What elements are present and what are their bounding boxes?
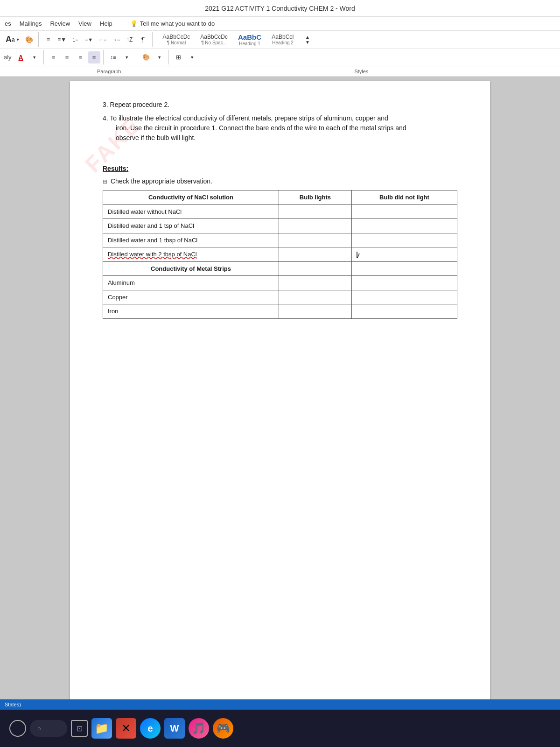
task-view-icon: ⊡ [77, 724, 83, 733]
task-view-button[interactable]: ⊡ [71, 720, 88, 737]
styles-more-button[interactable]: ▲▼ [301, 34, 314, 46]
edge-button[interactable]: e [140, 718, 161, 739]
font-dropdown[interactable]: ▼ [28, 51, 41, 63]
move-handle-icon[interactable]: ⊞ [103, 177, 107, 186]
font-format-group: aly A ▼ [4, 50, 44, 64]
pilcrow-button[interactable]: ¶ [137, 34, 149, 46]
windows-button[interactable] [9, 720, 26, 737]
font-label: aly [4, 54, 12, 61]
line-spacing-button[interactable]: ↕≡ [107, 51, 119, 63]
nacl-row-4-bulb-not: 𝐼 [351, 247, 457, 262]
toolbar-row-1: Aa ▼ 🎨 ≡ ≡▼ 1≡ ≡▼ ←≡ →≡ ↑Z ¶ AaBbCcDc ¶ … [0, 31, 560, 49]
paragraph-3-text: 3. Repeat procedure 2. [103, 101, 169, 108]
title-bar: 2021 G12 ACTIVITY 1 Conductivity CHEM 2 … [0, 0, 560, 17]
menu-mailings[interactable]: Mailings [20, 20, 42, 27]
tell-me-bar[interactable]: 💡 Tell me what you want to do [130, 20, 215, 27]
results-table: Conductivity of NaCl solution Bulb light… [103, 190, 457, 319]
border-button[interactable]: ⊞ [173, 51, 185, 63]
metal-iron-bulb-lights [279, 304, 351, 319]
menu-review[interactable]: Review [50, 20, 70, 27]
paragraph-4-line2: iron. Use the circuit in procedure 1. Co… [103, 124, 406, 132]
font-color-button[interactable]: A [15, 51, 27, 63]
style-no-space-label: ¶ No Spac... [201, 40, 227, 45]
align-center[interactable]: ≡ [61, 51, 73, 63]
list-button-2[interactable]: ≡▼ [56, 34, 68, 46]
spacing-group: ↕≡ ▼ [107, 50, 136, 64]
style-no-space[interactable]: AaBbCcDc ¶ No Spac... [197, 33, 231, 46]
nacl-row-2-bulb-lights [279, 219, 351, 233]
search-icon: ○ [37, 725, 41, 732]
game-icon: 🎮 [216, 722, 230, 735]
metal-aluminum-bulb-lights [279, 276, 351, 290]
style-heading2-preview: AaBbCcI [272, 34, 294, 40]
paint-bucket-button[interactable]: 🎨 [23, 34, 35, 46]
metal-aluminum-bulb-not [351, 276, 457, 290]
file-explorer-icon: 📁 [95, 722, 109, 735]
font-group: Aa ▼ 🎨 [4, 32, 39, 47]
aa-dropdown-arrow: ▼ [16, 37, 20, 42]
align-group: ≡ ≡ ≡ ≡ [48, 50, 104, 64]
menu-es[interactable]: es [5, 20, 11, 27]
style-heading1[interactable]: AaBbC Heading 1 [235, 32, 264, 47]
nacl-row-2: Distilled water and 1 tsp of NaCl [103, 219, 279, 233]
spacing-dropdown[interactable]: ▼ [121, 51, 133, 63]
paragraph-4-line1: 4. To illustrate the electrical conducti… [103, 114, 388, 122]
metal-row-iron: Iron [103, 304, 279, 319]
word-button[interactable]: W [164, 718, 185, 739]
status-bar: States) [0, 699, 560, 710]
col-bulb-not-header: Bulb did not light [351, 190, 457, 205]
table-header-row: Conductivity of NaCl solution Bulb light… [103, 190, 457, 205]
style-heading1-label: Heading 1 [239, 41, 260, 46]
indent-decrease[interactable]: ←≡ [97, 34, 109, 46]
shading-dropdown[interactable]: ▼ [154, 51, 166, 63]
align-justify[interactable]: ≡ [88, 51, 100, 63]
menu-help[interactable]: Help [100, 20, 112, 27]
game-button[interactable]: 🎮 [213, 718, 233, 739]
music-icon: 🎵 [192, 722, 206, 735]
music-button[interactable]: 🎵 [189, 718, 209, 739]
metal-row-copper: Copper [103, 290, 279, 304]
sort-button[interactable]: ↑Z [124, 34, 136, 46]
aa-button[interactable]: Aa ▼ [4, 34, 22, 45]
word-icon: W [170, 723, 179, 734]
nacl-row-1-bulb-not [351, 204, 457, 219]
nacl-row-1: Distilled water without NaCl [103, 204, 279, 219]
style-normal-preview: AaBbCcDc [163, 34, 190, 40]
style-heading2[interactable]: AaBbCcI Heading 2 [269, 33, 297, 46]
shading-button[interactable]: 🎨 [140, 51, 152, 63]
nacl-row-4: Distiled water with 2 tbsp of NaCl [103, 247, 279, 262]
paragraph-3: 3. Repeat procedure 2. [103, 100, 457, 110]
paragraph-4-line3: observe if the bulb will light. [103, 134, 196, 141]
taskbar-search[interactable]: ○ [30, 720, 67, 737]
check-instruction-text: Check the appropriate observation. [111, 176, 212, 186]
paragraph-4: 4. To illustrate the electrical conducti… [103, 113, 457, 143]
align-left[interactable]: ≡ [48, 51, 60, 63]
nacl-row-3-bulb-lights [279, 233, 351, 247]
table-row: Distilled water and 1 tbsp of NaCl [103, 233, 457, 247]
align-right[interactable]: ≡ [75, 51, 87, 63]
check-instruction: ⊞ Check the appropriate observation. [103, 176, 457, 186]
table-metal-header-row: Conductivity of Metal Strips [103, 261, 457, 276]
numbering-button-2[interactable]: ≡▼ [83, 34, 95, 46]
list-button-1[interactable]: ≡ [42, 34, 55, 46]
document-area: FAKE 3. Repeat procedure 2. 4. To illust… [0, 77, 560, 730]
app-red-button[interactable]: ✕ [116, 718, 136, 739]
table-row: Distilled water and 1 tsp of NaCl [103, 219, 457, 233]
table-row: Aluminum [103, 276, 457, 290]
nacl-row-2-bulb-not [351, 219, 457, 233]
text-cursor: 𝐼 [357, 252, 357, 258]
metal-copper-bulb-lights [279, 290, 351, 304]
border-dropdown[interactable]: ▼ [186, 51, 198, 63]
style-normal[interactable]: AaBbCcDc ¶ Normal [160, 33, 193, 46]
file-explorer-button[interactable]: 📁 [91, 718, 112, 739]
tell-me-text: Tell me what you want to do [140, 20, 215, 27]
col-conductivity-header: Conductivity of NaCl solution [103, 190, 279, 205]
menu-view[interactable]: View [78, 20, 91, 27]
document-page[interactable]: FAKE 3. Repeat procedure 2. 4. To illust… [70, 81, 490, 726]
metal-header-bulb-lights [279, 261, 351, 276]
metal-header: Conductivity of Metal Strips [103, 261, 279, 276]
shading-group: 🎨 ▼ [140, 50, 169, 64]
numbering-button[interactable]: 1≡ [70, 34, 82, 46]
indent-increase[interactable]: →≡ [110, 34, 122, 46]
big-a: A [6, 35, 12, 44]
